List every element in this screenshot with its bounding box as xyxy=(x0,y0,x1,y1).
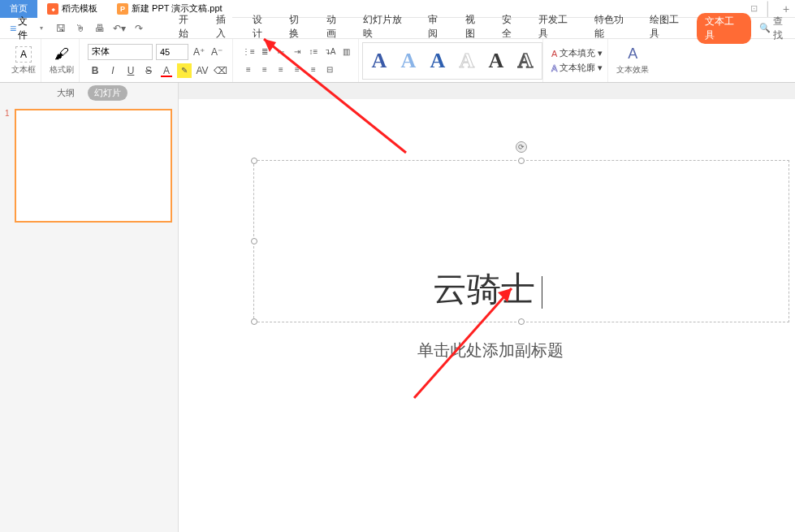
slide-panel: 大纲 幻灯片 1 xyxy=(0,83,179,532)
new-tab-button[interactable]: + xyxy=(777,2,795,15)
text-effects-group: A 文本效果 xyxy=(611,39,654,82)
ribbon: A 文本框 🖌 格式刷 A⁺ A⁻ B I U S A ✎ AV xyxy=(0,39,795,83)
title-text-value: 云骑士 xyxy=(433,270,535,308)
indent-right-icon[interactable]: ⇥ xyxy=(290,45,305,59)
brush-icon: 🖌 xyxy=(54,46,70,63)
handle-sw[interactable] xyxy=(251,318,257,325)
menu-texttools[interactable]: 文本工具 xyxy=(697,13,751,44)
format-painter-label: 格式刷 xyxy=(50,64,74,76)
text-outline-label: 文本轮廓 xyxy=(560,62,595,74)
slide-title-text[interactable]: 云骑士 xyxy=(433,266,542,312)
bullets-icon[interactable]: ⋮≡ xyxy=(241,45,256,59)
wordart-style-3[interactable]: A xyxy=(425,46,451,76)
bold-button[interactable]: B xyxy=(88,63,102,78)
strike-button[interactable]: S xyxy=(141,63,156,78)
font-group: A⁺ A⁻ B I U S A ✎ AV ⌫ xyxy=(83,39,233,82)
text-fill-icon: A xyxy=(551,49,557,58)
slide-canvas[interactable]: ⟳ 云骑士 单击此处添加副标题 xyxy=(179,99,795,532)
textbox-button[interactable]: A 文本框 xyxy=(11,46,36,76)
text-effects-button[interactable]: A 文本效果 xyxy=(616,45,649,76)
columns-icon[interactable]: ▥ xyxy=(339,45,353,59)
handle-s[interactable] xyxy=(518,318,525,325)
indent-left-icon[interactable]: ⇤ xyxy=(274,45,288,59)
line-spacing-icon[interactable]: ↕≡ xyxy=(306,45,321,59)
numbering-icon[interactable]: ≣ xyxy=(257,45,272,59)
undo-icon[interactable]: ↶▾ xyxy=(113,22,126,35)
align-right-icon[interactable]: ≡ xyxy=(274,63,288,77)
wordart-style-6[interactable]: A xyxy=(512,46,538,76)
text-cursor xyxy=(542,276,542,309)
quick-access-toolbar: 🖫 🖰 🖶 ↶▾ ↷ xyxy=(54,22,145,35)
thumbnail-number: 1 xyxy=(5,109,11,118)
wordart-group: A A A A A A xyxy=(362,39,543,82)
file-menu-label: 文件 xyxy=(18,15,37,42)
print-preview-icon[interactable]: 🖶 xyxy=(93,22,106,35)
wordart-style-2[interactable]: A xyxy=(395,46,421,76)
canvas-area[interactable]: ⟳ 云骑士 单击此处添加副标题 xyxy=(179,83,795,532)
align-center-icon[interactable]: ≡ xyxy=(257,63,272,77)
text-outline-icon: A xyxy=(551,63,557,73)
title-textbox-selection[interactable]: ⟳ 云骑士 xyxy=(253,160,789,322)
thumbnail-row: 1 xyxy=(5,109,173,223)
tab-template-label: 稻壳模板 xyxy=(62,2,97,15)
text-fill-button[interactable]: A文本填充 ▾ xyxy=(551,47,603,59)
menu-search[interactable]: 查找 xyxy=(759,15,792,42)
wordart-style-1[interactable]: A xyxy=(366,46,392,76)
text-effects-label: 文本效果 xyxy=(616,64,649,76)
save-icon[interactable]: 🖫 xyxy=(54,22,67,35)
textbox-group: A 文本框 xyxy=(6,39,41,82)
workspace: 大纲 幻灯片 1 ⟳ 云骑士 单击此处添加副标题 xyxy=(0,83,795,532)
align-justify-icon[interactable]: ≡ xyxy=(290,63,305,77)
thumbnail-list: 1 xyxy=(0,102,178,229)
slide-thumbnail-1[interactable] xyxy=(15,109,172,223)
panel-tab-slides[interactable]: 幻灯片 xyxy=(88,85,127,101)
ppt-icon xyxy=(117,3,128,15)
text-direction-icon[interactable]: ↴A xyxy=(322,45,337,59)
panel-tabs: 大纲 幻灯片 xyxy=(0,83,178,102)
text-fill-label: 文本填充 xyxy=(560,47,595,59)
template-icon: ⬥ xyxy=(47,3,58,15)
paragraph-group: ⋮≡ ≣ ⇤ ⇥ ↕≡ ↴A ▥ ≡ ≡ ≡ ≡ ≡ ⊟ xyxy=(236,39,359,82)
font-size-select[interactable] xyxy=(156,44,188,60)
handle-n[interactable] xyxy=(518,158,525,164)
italic-button[interactable]: I xyxy=(106,63,120,78)
format-painter-button[interactable]: 🖌 格式刷 xyxy=(50,46,74,76)
textbox-icon: A xyxy=(15,46,32,63)
rotate-handle[interactable]: ⟳ xyxy=(516,141,527,153)
file-menu[interactable]: 文件 xyxy=(3,15,50,42)
vertical-align-icon[interactable]: ⊟ xyxy=(322,63,337,77)
underline-button[interactable]: U xyxy=(123,63,138,78)
slide-subtitle-placeholder[interactable]: 单击此处添加副标题 xyxy=(417,340,564,361)
print-icon[interactable]: 🖰 xyxy=(74,22,87,35)
text-outline-button[interactable]: A文本轮廓 ▾ xyxy=(551,62,603,74)
tab-presentation-icon[interactable]: ⊡ xyxy=(750,3,758,14)
clear-format-button[interactable]: ⌫ xyxy=(213,63,227,78)
font-color-button[interactable]: A xyxy=(159,63,174,78)
wordart-style-5[interactable]: A xyxy=(483,46,509,76)
redo-icon[interactable]: ↷ xyxy=(132,22,145,35)
menu-bar: 文件 🖫 🖰 🖶 ↶▾ ↷ 开始 插入 设计 切换 动画 幻灯片放映 审阅 视图… xyxy=(0,18,795,39)
align-left-icon[interactable]: ≡ xyxy=(241,63,256,77)
handle-nw[interactable] xyxy=(251,158,257,164)
panel-tab-outline[interactable]: 大纲 xyxy=(50,85,81,101)
menu-search-label: 查找 xyxy=(773,15,792,42)
align-distribute-icon[interactable]: ≡ xyxy=(306,63,321,77)
text-fill-group: A文本填充 ▾ A文本轮廓 ▾ xyxy=(547,39,608,82)
textbox-label: 文本框 xyxy=(11,64,36,76)
tab-home-label: 首页 xyxy=(10,2,28,15)
font-name-select[interactable] xyxy=(88,44,153,60)
highlight-button[interactable]: ✎ xyxy=(177,63,192,78)
format-painter-group: 🖌 格式刷 xyxy=(45,39,80,82)
char-spacing-button[interactable]: AV xyxy=(195,63,210,78)
increase-font-icon[interactable]: A⁺ xyxy=(192,45,206,59)
text-effects-icon: A xyxy=(628,45,637,63)
decrease-font-icon[interactable]: A⁻ xyxy=(210,45,224,59)
handle-w[interactable] xyxy=(251,238,257,244)
wordart-style-4[interactable]: A xyxy=(454,46,480,76)
